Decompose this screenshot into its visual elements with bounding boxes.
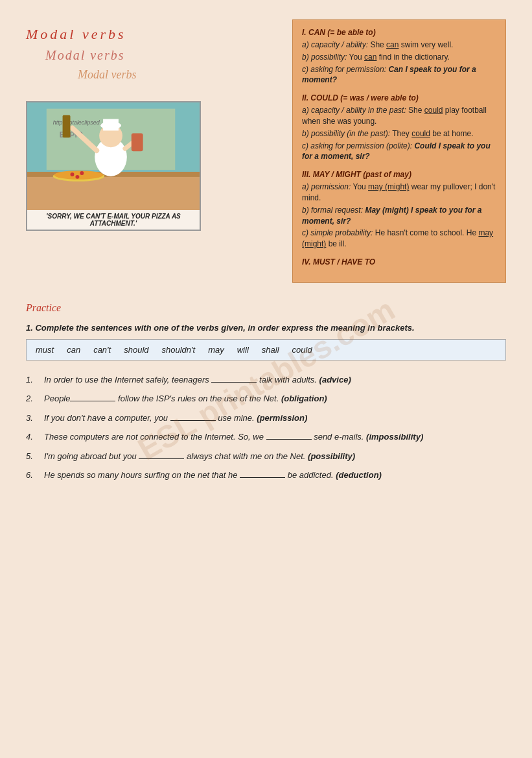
- could-b: b) possibility (in the past): They could…: [302, 128, 496, 139]
- exercise-num-4: 4.: [26, 431, 39, 444]
- exercise-item-6: 6. He spends so many hours surfing on th…: [26, 469, 506, 482]
- word-may: may: [208, 345, 224, 355]
- could-a: a) capacity / ability in the past: She c…: [302, 105, 496, 127]
- svg-point-16: [71, 172, 75, 176]
- exercise-text-5: I'm going abroad but you always chat wit…: [44, 450, 506, 463]
- word-shouldnt: shouldn't: [162, 345, 196, 355]
- exercise-text-4: These computers are not connected to the…: [44, 431, 506, 444]
- svg-point-17: [80, 171, 84, 175]
- exercise-num-3: 3.: [26, 412, 39, 425]
- may-title: III. MAY / MIGHT (past of may): [302, 170, 496, 179]
- exercise-num-5: 5.: [26, 450, 39, 463]
- exercise-num-2: 2.: [26, 392, 39, 405]
- exercise-list: 1. In order to use the Internet safely, …: [26, 373, 506, 482]
- word-should: should: [124, 345, 148, 355]
- info-section-must: IV. MUST / HAVE TO: [302, 257, 496, 266]
- cartoon-caption: 'SORRY, WE CAN'T E-MAIL YOUR PIZZA AS AT…: [27, 210, 200, 230]
- info-box: I. CAN (= be able to) a) capacity / abil…: [292, 19, 506, 283]
- word-must: must: [36, 345, 54, 355]
- exercise-text-3: If you don't have a computer, you use mi…: [44, 412, 506, 425]
- word-bank: must can can't should shouldn't may will…: [26, 339, 506, 361]
- exercise-item-3: 3. If you don't have a computer, you use…: [26, 412, 506, 425]
- exercise-item-1: 1. In order to use the Internet safely, …: [26, 373, 506, 386]
- blank-5[interactable]: [139, 450, 184, 459]
- may-a: a) permission: You may (might) wear my p…: [302, 182, 496, 204]
- info-section-could: II. COULD (= was / were able to) a) capa…: [302, 93, 496, 162]
- may-c: c) simple probability: He hasn't come to…: [302, 228, 496, 250]
- blank-3[interactable]: [170, 412, 216, 421]
- exercise-item-4: 4. These computers are not connected to …: [26, 431, 506, 444]
- top-section: Modal verbs Modal verbs Modal verbs http…: [26, 19, 506, 283]
- instruction-text: 1. Complete the sentences with one of th…: [26, 323, 506, 333]
- blank-6[interactable]: [240, 469, 285, 478]
- blank-2[interactable]: [70, 392, 115, 401]
- word-can: can: [67, 345, 80, 355]
- word-cant: can't: [93, 345, 111, 355]
- cartoon-image: http://totaleclipsed... ESPIO: [26, 101, 201, 231]
- exercise-text-2: People follow the ISP's rules on the use…: [44, 392, 506, 405]
- exercise-item-5: 5. I'm going abroad but you always chat …: [26, 450, 506, 463]
- word-could: could: [292, 345, 312, 355]
- svg-text:http://totaleclipsed...: http://totaleclipsed...: [53, 119, 104, 126]
- could-title: II. COULD (= was / were able to): [302, 93, 496, 102]
- practice-title: Practice: [26, 302, 506, 314]
- can-a: a) capacity / ability: She can swim very…: [302, 40, 496, 51]
- svg-rect-13: [132, 133, 143, 151]
- exercise-item-2: 2. People follow the ISP's rules on the …: [26, 392, 506, 405]
- exercise-num-6: 6.: [26, 469, 39, 482]
- can-b: b) possibility: You can find in the dict…: [302, 52, 496, 63]
- title-line-3: Modal verbs: [26, 68, 279, 82]
- could-c: c) asking for permission (polite): Could…: [302, 141, 496, 163]
- word-shall: shall: [262, 345, 279, 355]
- exercise-text-6: He spends so many hours surfing on the n…: [44, 469, 506, 482]
- svg-point-18: [75, 175, 79, 179]
- page-container: ESL printables.com Modal verbs Modal ver…: [26, 19, 506, 488]
- may-b: b) formal request: May (might) I speak t…: [302, 205, 496, 227]
- title-line-1: Modal verbs: [26, 26, 279, 43]
- svg-rect-11: [63, 115, 71, 138]
- left-panel: Modal verbs Modal verbs Modal verbs http…: [26, 19, 279, 283]
- blank-4[interactable]: [266, 431, 312, 440]
- title-line-2: Modal verbs: [26, 48, 279, 63]
- exercise-num-1: 1.: [26, 373, 39, 386]
- svg-rect-9: [103, 119, 119, 131]
- word-will: will: [237, 345, 249, 355]
- can-c: c) asking for permission: Can I speak to…: [302, 64, 496, 86]
- exercise-text-1: In order to use the Internet safely, tee…: [44, 373, 506, 386]
- practice-section: Practice 1. Complete the sentences with …: [26, 302, 506, 488]
- info-section-can: I. CAN (= be able to) a) capacity / abil…: [302, 28, 496, 86]
- info-section-may: III. MAY / MIGHT (past of may) a) permis…: [302, 170, 496, 250]
- must-title: IV. MUST / HAVE TO: [302, 257, 496, 266]
- can-title: I. CAN (= be able to): [302, 28, 496, 37]
- blank-1[interactable]: [211, 373, 257, 383]
